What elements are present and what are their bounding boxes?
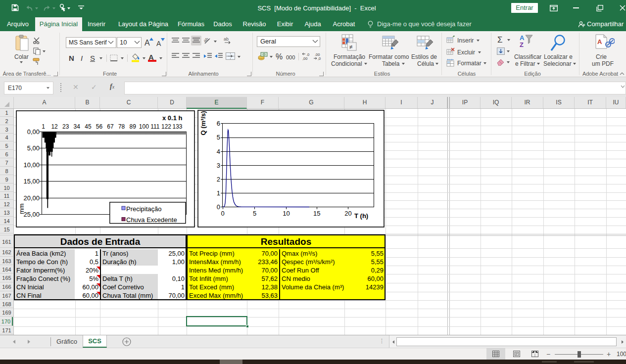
svg-text:89: 89 (130, 123, 137, 130)
svg-text:122: 122 (161, 123, 171, 130)
svg-text:A: A (597, 38, 602, 46)
svg-text:0: 0 (221, 210, 224, 217)
svg-text:T (h): T (h) (354, 212, 368, 220)
svg-text:20: 20 (344, 210, 351, 217)
svg-text:5: 5 (253, 210, 256, 217)
svg-text:15: 15 (313, 210, 320, 217)
svg-text:56: 56 (96, 123, 103, 130)
svg-text:Precipitação: Precipitação (126, 205, 162, 213)
svg-text:Z: Z (520, 41, 524, 48)
svg-text:1: 1 (42, 123, 45, 130)
svg-text:Chuva Excedente: Chuva Excedente (126, 216, 177, 224)
svg-text:,00: ,00 (302, 56, 307, 60)
svg-text:,0: ,0 (318, 56, 321, 60)
svg-text:23: 23 (62, 123, 69, 130)
svg-text:100: 100 (139, 123, 149, 130)
svg-text:0,00: 0,00 (27, 128, 40, 136)
svg-text:x 0.1 h: x 0.1 h (162, 114, 183, 122)
svg-text:12: 12 (51, 123, 58, 130)
svg-text:34: 34 (74, 123, 81, 130)
svg-text:78: 78 (118, 123, 125, 130)
svg-text:10,00: 10,00 (23, 161, 40, 169)
svg-text:1: 1 (217, 189, 220, 197)
svg-text:133: 133 (172, 123, 182, 130)
svg-text:25,00: 25,00 (23, 211, 40, 218)
svg-text:67: 67 (107, 123, 114, 130)
svg-text:0: 0 (217, 203, 220, 211)
svg-text:4: 4 (217, 148, 220, 155)
svg-text:10: 10 (283, 210, 289, 217)
svg-text:ab: ab (224, 37, 229, 42)
svg-text:6: 6 (217, 120, 220, 127)
svg-text:45: 45 (85, 123, 92, 130)
svg-text:20,00: 20,00 (23, 194, 40, 202)
svg-text:5: 5 (217, 134, 220, 141)
svg-text:mm: mm (18, 203, 25, 214)
svg-text:2: 2 (217, 176, 220, 183)
svg-text:111: 111 (150, 123, 160, 130)
svg-text:5,00: 5,00 (27, 144, 40, 152)
svg-text:Q (m³/s): Q (m³/s) (199, 111, 207, 135)
svg-text:A: A (520, 34, 525, 42)
svg-text:3: 3 (217, 162, 220, 169)
svg-text:ab: ab (204, 37, 209, 44)
svg-text:15,00: 15,00 (23, 178, 40, 185)
svg-text:≠: ≠ (349, 44, 353, 50)
